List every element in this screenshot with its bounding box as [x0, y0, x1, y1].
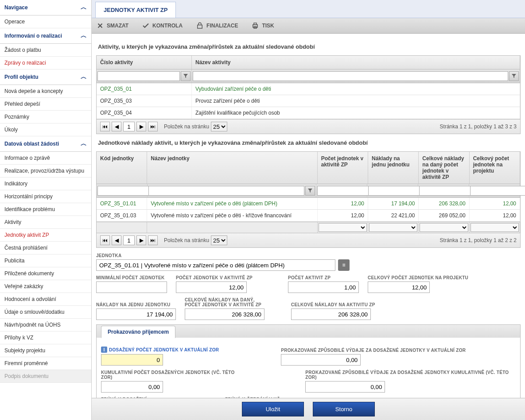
nav-item[interactable]: Přiložené dokumenty — [0, 267, 91, 280]
print-icon — [251, 22, 259, 30]
filter-icon[interactable] — [181, 71, 191, 81]
sum-select[interactable] — [369, 223, 417, 232]
finalizace-button[interactable]: FINALIZACE — [196, 22, 238, 30]
pager-last-icon[interactable]: ⏭ — [148, 235, 158, 245]
filter-nazev[interactable] — [193, 71, 508, 81]
table-row[interactable]: OPZ_035_04Zajištění kvalifikace pečující… — [97, 107, 520, 119]
nav-item[interactable]: Úkoly — [0, 123, 91, 136]
nav-header[interactable]: Navigace︿ — [0, 0, 91, 15]
pager2: ⏮ ◀ ▶ ⏭ Položek na stránku 25 Stránka 1 … — [96, 233, 521, 248]
chevron-up-icon: ︿ — [81, 32, 87, 40]
sidebar: Navigace︿OperaceInformování o realizaci︿… — [0, 0, 92, 420]
pager-prev-icon[interactable]: ◀ — [112, 235, 121, 245]
nav-item[interactable]: Zprávy o realizaci — [0, 57, 91, 69]
celk-nakl-akt-input[interactable] — [291, 308, 371, 320]
table-row[interactable]: OPZ_035_01Vybudování zařízení péče o dět… — [97, 83, 520, 95]
filter-cislo[interactable] — [97, 71, 180, 81]
sum-select[interactable] — [471, 223, 519, 232]
nav-item[interactable]: Veřejné zakázky — [0, 280, 91, 293]
page-tab[interactable]: JEDNOTKY AKTIVIT ZP — [95, 2, 176, 18]
nav-item[interactable]: Nová depeše a koncepty — [0, 85, 91, 98]
chevron-up-icon: ︿ — [81, 73, 87, 81]
cancel-button[interactable]: Storno — [313, 402, 375, 416]
col-kod[interactable]: Kód jednotky — [97, 152, 147, 184]
pager-first-icon[interactable]: ⏮ — [100, 122, 110, 131]
pager-prev-icon[interactable]: ◀ — [112, 122, 121, 131]
nakl-jedn-input[interactable] — [96, 308, 176, 320]
table-row[interactable]: OPZ_35_01.03Vytvořené místo v zařízení p… — [97, 210, 520, 222]
dosazeny-input[interactable] — [101, 354, 163, 366]
tab-prokazovano[interactable]: Prokazováno příjemcem — [101, 326, 175, 338]
nav-item[interactable]: Identifikace problému — [0, 203, 91, 216]
nav-item[interactable]: Realizace, provoz/údržba výstupu — [0, 165, 91, 177]
pocet-akt-input[interactable] — [288, 281, 359, 293]
nav-item[interactable]: Přílohy k VZ — [0, 331, 91, 344]
tabset: Prokazováno příjemcem iDOSAŽENÝ POČET JE… — [96, 324, 521, 398]
grid-jednotky: Kód jednotky Název jednotky Počet jednot… — [96, 151, 521, 233]
nav-item[interactable]: Informace o zprávě — [0, 152, 91, 165]
filter-input[interactable] — [148, 186, 304, 196]
min-input[interactable] — [96, 281, 167, 293]
pager-page-input[interactable] — [123, 235, 135, 245]
nav-header[interactable]: Datová oblast žádosti︿ — [0, 136, 91, 152]
section1-title: Aktivity, u kterých je vykazována změna/… — [96, 38, 521, 55]
filter-icon[interactable] — [305, 186, 315, 196]
pager-per-label: Položek na stránku — [164, 123, 209, 130]
nav-item[interactable]: Jednotky aktivit ZP — [0, 229, 91, 242]
pocet-zp-input[interactable] — [176, 281, 247, 293]
nav-item[interactable]: Indikátory — [0, 177, 91, 190]
pager-info: Stránka 1 z 1, položky 1 až 2 z 2 — [440, 237, 517, 243]
col-nazev-j[interactable]: Název jednotky — [147, 152, 317, 184]
svg-rect-0 — [198, 25, 202, 29]
grid-aktivity: Číslo aktivity Název aktivity OPZ_035_01… — [96, 55, 521, 119]
nav-item[interactable]: Horizontální principy — [0, 190, 91, 203]
filter-input[interactable] — [470, 186, 525, 196]
nav-header[interactable]: Profil objektu︿ — [0, 69, 91, 85]
table-row[interactable]: OPZ_035_03Provoz zařízení péče o děti — [97, 95, 520, 107]
col-pocet-zp[interactable]: Počet jednotek v aktivitě ZP — [318, 152, 368, 184]
nav-item[interactable]: Návrh/podnět na ÚOHS — [0, 319, 91, 331]
jednotka-input[interactable] — [96, 259, 335, 271]
nav-item[interactable]: Podpis dokumentu — [0, 370, 91, 383]
col-celk-pocet[interactable]: Celkový počet jednotek na projektu — [470, 152, 520, 184]
nav-item[interactable]: Údaje o smlouvě/dodatku — [0, 306, 91, 319]
tisk-button[interactable]: TISK — [251, 22, 274, 30]
celk-nakl-zp-input[interactable] — [185, 308, 264, 320]
prokaz-aktualni-input[interactable] — [281, 354, 361, 366]
pager-next-icon[interactable]: ▶ — [136, 235, 146, 245]
filter-icon[interactable] — [509, 71, 519, 81]
col-celk-nakl[interactable]: Celkové náklady na daný počet jednotek v… — [419, 152, 469, 184]
list-icon[interactable]: ≡ — [338, 259, 350, 271]
toolbar: SMAZAT KONTROLA FINALIZACE TISK — [92, 18, 525, 34]
nav-item[interactable]: Poznámky — [0, 111, 91, 123]
nav-item[interactable]: Subjekty projektu — [0, 344, 91, 357]
col-nazev[interactable]: Název aktivity — [192, 56, 520, 69]
pager-per-select[interactable]: 25 — [211, 235, 227, 245]
save-button[interactable]: Uložit — [242, 402, 304, 416]
nav-item[interactable]: Firemní proměnné — [0, 357, 91, 370]
pager-per-select[interactable]: 25 — [211, 122, 227, 131]
nav-item[interactable]: Publicita — [0, 254, 91, 267]
pager-first-icon[interactable]: ⏮ — [100, 235, 110, 245]
sum-select[interactable] — [420, 223, 468, 232]
nav-header[interactable]: Informování o realizaci︿ — [0, 28, 91, 44]
smazat-button[interactable]: SMAZAT — [96, 22, 128, 30]
nav-item[interactable]: Operace — [0, 15, 91, 28]
prokaz-kumul-input[interactable] — [305, 381, 385, 393]
pager-last-icon[interactable]: ⏭ — [148, 122, 158, 131]
table-row[interactable]: OPZ_35_01.01Vytvořené místo v zařízení p… — [97, 198, 520, 210]
kumulativni-input[interactable] — [101, 381, 163, 393]
col-naklady-j[interactable]: Náklady na jednu jednotku — [368, 152, 419, 184]
nav-item[interactable]: Čestná prohlášení — [0, 242, 91, 254]
kontrola-button[interactable]: KONTROLA — [142, 22, 183, 30]
nav-item[interactable]: Přehled depeší — [0, 98, 91, 111]
sum-select[interactable] — [319, 223, 367, 232]
nav-item[interactable]: Aktivity — [0, 216, 91, 229]
nav-item[interactable]: Hodnocení a odvolání — [0, 293, 91, 306]
celk-proj-input[interactable] — [368, 281, 430, 293]
pager-next-icon[interactable]: ▶ — [136, 122, 146, 131]
chevron-up-icon: ︿ — [81, 140, 87, 148]
pager-page-input[interactable] — [123, 122, 135, 131]
col-cislo[interactable]: Číslo aktivity — [97, 56, 192, 69]
nav-item[interactable]: Žádost o platbu — [0, 44, 91, 57]
